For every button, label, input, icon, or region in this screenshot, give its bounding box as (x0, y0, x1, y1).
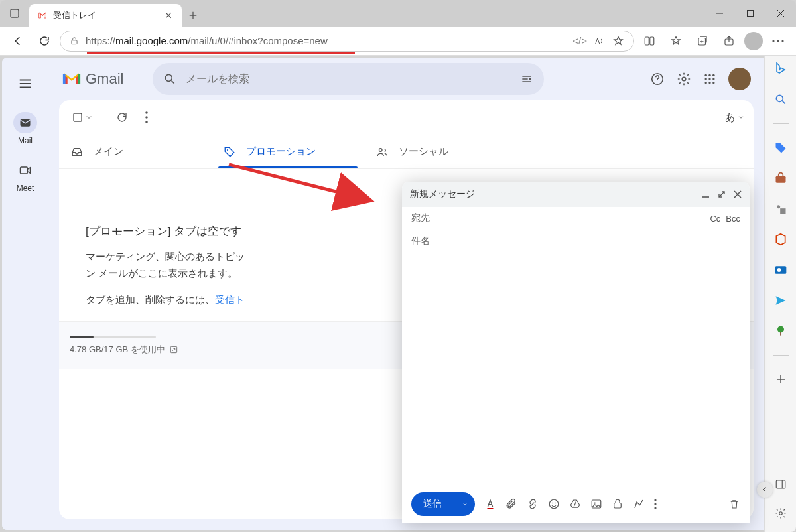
sidebar-settings-icon[interactable] (771, 504, 790, 523)
emoji-icon[interactable] (548, 498, 560, 510)
input-tools-button[interactable]: あ (725, 111, 744, 124)
search-options-icon[interactable] (520, 72, 533, 86)
drive-icon[interactable] (569, 498, 581, 510)
rail-meet[interactable]: Meet (13, 160, 37, 193)
search-input[interactable] (186, 73, 511, 85)
search-side-icon[interactable] (771, 90, 790, 109)
bing-icon[interactable] (771, 60, 790, 78)
svg-point-44 (552, 503, 553, 504)
gmail-favicon-icon (37, 10, 48, 21)
account-avatar[interactable] (728, 68, 751, 90)
compose-fullscreen-button[interactable] (718, 190, 726, 198)
svg-point-8 (772, 40, 774, 42)
sidebar-collapse-button[interactable] (757, 482, 773, 498)
tree-icon[interactable] (771, 322, 790, 340)
compose-header[interactable]: 新規メッセージ (402, 182, 750, 207)
empty-line1a: マーケティング、関心のあるトピッ (86, 251, 245, 262)
shopping-tag-icon[interactable] (771, 139, 790, 157)
compose-close-button[interactable] (734, 190, 742, 198)
inbox-settings-link[interactable]: 受信ト (215, 294, 245, 305)
bcc-button[interactable]: Bcc (726, 214, 740, 224)
favorite-star-icon[interactable] (612, 35, 624, 47)
more-options-icon[interactable] (654, 499, 657, 509)
image-icon[interactable] (590, 498, 602, 510)
tools-icon[interactable] (771, 169, 790, 188)
send-options-button[interactable] (454, 492, 475, 516)
more-button[interactable] (145, 111, 148, 123)
svg-rect-1 (748, 11, 754, 17)
nav-refresh-button[interactable] (33, 30, 56, 52)
svg-rect-5 (650, 37, 654, 45)
svg-point-9 (777, 40, 779, 42)
svg-rect-4 (645, 37, 649, 45)
open-in-new-icon[interactable] (169, 345, 178, 354)
svg-text:A: A (595, 36, 600, 44)
url-field[interactable]: https://mail.google.com/mail/u/0/#inbox?… (60, 31, 634, 52)
browser-menu-button[interactable] (767, 30, 789, 52)
tab-close-button[interactable] (163, 10, 174, 21)
link-icon[interactable] (527, 498, 539, 510)
confidential-icon[interactable] (612, 498, 624, 510)
compose-minimize-button[interactable] (702, 190, 710, 198)
search-box[interactable] (153, 63, 544, 95)
meet-icon (13, 160, 37, 181)
search-icon (163, 72, 176, 86)
compose-body[interactable] (402, 253, 750, 486)
add-side-icon[interactable] (771, 370, 790, 389)
svg-point-33 (776, 95, 783, 101)
discard-draft-button[interactable] (728, 498, 740, 510)
send-button[interactable]: 送信 (411, 492, 475, 516)
tab-primary-label: メイン (94, 145, 123, 158)
svg-point-45 (555, 503, 557, 504)
svg-point-43 (549, 499, 559, 509)
chevron-down-icon (85, 113, 93, 121)
tab-social[interactable]: ソーシャル (364, 135, 517, 168)
select-all-checkbox[interactable] (68, 108, 96, 127)
nav-back-button[interactable] (7, 30, 29, 52)
sidebar-panel-icon[interactable] (771, 475, 790, 494)
rail-mail[interactable]: Mail (13, 112, 37, 145)
gmail-logo[interactable]: Gmail (62, 69, 123, 89)
svg-point-18 (708, 74, 710, 76)
read-aloud-icon[interactable]: A (594, 35, 606, 47)
svg-rect-48 (614, 503, 622, 509)
collections-icon[interactable] (691, 30, 714, 52)
m365-icon[interactable] (771, 230, 790, 249)
compose-subject-row[interactable]: 件名 (402, 230, 750, 253)
svg-rect-36 (780, 208, 785, 214)
compose-to-row[interactable]: 宛先 Cc Bcc (402, 207, 750, 230)
tab-promotions-label: プロモーション (246, 145, 316, 158)
send-icon[interactable] (771, 291, 790, 310)
outlook-icon[interactable] (771, 261, 790, 279)
svg-rect-12 (21, 167, 28, 174)
support-icon[interactable] (650, 72, 665, 86)
games-icon[interactable] (771, 200, 790, 218)
window-close-button[interactable] (765, 0, 796, 27)
google-apps-icon[interactable] (703, 72, 716, 86)
window-maximize-button[interactable] (735, 0, 765, 27)
tab-promotions[interactable]: プロモーション (212, 135, 364, 168)
storage-bar (70, 336, 156, 338)
svg-point-14 (529, 78, 531, 80)
rail-mail-label: Mail (18, 136, 33, 145)
main-menu-button[interactable] (11, 70, 39, 98)
window-minimize-button[interactable] (704, 0, 735, 27)
browser-tab[interactable]: 受信トレイ (29, 4, 182, 27)
gmail-logo-icon (62, 69, 82, 89)
formatting-icon[interactable] (484, 498, 496, 510)
code-icon[interactable]: </> (572, 35, 587, 46)
tab-actions-button[interactable] (0, 0, 29, 27)
attach-icon[interactable] (505, 498, 517, 510)
cc-button[interactable]: Cc (710, 214, 720, 224)
browser-profile-avatar[interactable] (744, 32, 763, 50)
signature-icon[interactable] (633, 498, 645, 510)
new-tab-button[interactable] (182, 4, 204, 27)
share-icon[interactable] (718, 30, 740, 52)
svg-point-13 (166, 74, 172, 81)
favorites-icon[interactable] (665, 30, 687, 52)
settings-gear-icon[interactable] (677, 72, 691, 86)
mail-toolbar: あ (59, 100, 754, 135)
refresh-button[interactable] (116, 111, 128, 123)
split-screen-icon[interactable] (638, 30, 661, 52)
tab-primary[interactable]: メイン (59, 135, 212, 168)
